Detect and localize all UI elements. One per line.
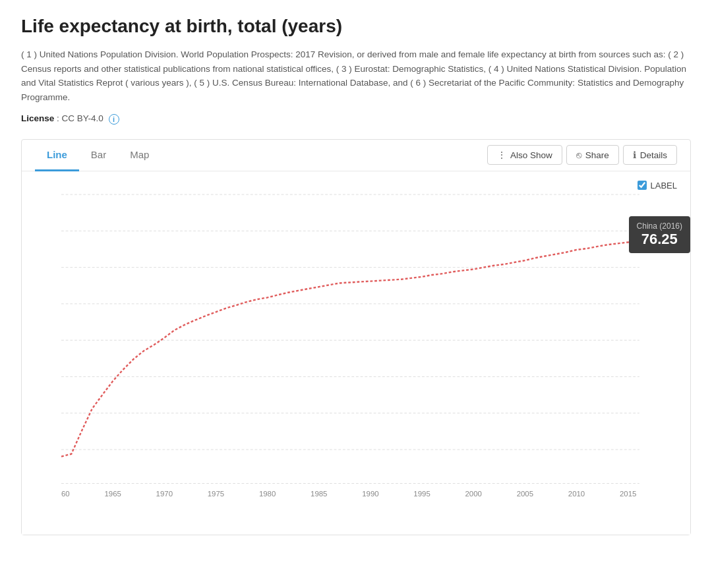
tooltip-value: 76.25 <box>637 231 682 248</box>
chart-tooltip: China (2016) 76.25 <box>629 216 690 253</box>
svg-text:2005: 2005 <box>517 489 533 497</box>
svg-text:2000: 2000 <box>465 489 481 497</box>
license-info-icon[interactable]: i <box>109 114 119 125</box>
license-label: License <box>21 113 54 123</box>
svg-text:2015: 2015 <box>620 489 636 497</box>
svg-text:1985: 1985 <box>311 489 327 497</box>
line-chart-svg: 80 75 70 65 60 55 50 45 40 1960 1965 197… <box>61 182 677 509</box>
tab-map[interactable]: Map <box>118 140 161 171</box>
description-text: ( 1 ) United Nations Population Division… <box>21 47 691 104</box>
share-label: Share <box>585 150 609 160</box>
chart-actions: ⋮ Also Show ⎋ Share ℹ Details <box>487 145 677 165</box>
svg-text:1960: 1960 <box>61 489 70 497</box>
tab-bar[interactable]: Bar <box>79 140 118 171</box>
details-label: Details <box>640 150 667 160</box>
chart-tabs: Line Bar Map <box>35 140 161 171</box>
license-line: License : CC BY-4.0 i <box>21 113 691 124</box>
label-checkbox-input[interactable] <box>638 181 647 190</box>
svg-text:1990: 1990 <box>362 489 378 497</box>
tab-line[interactable]: Line <box>35 140 79 171</box>
label-checkbox-container: LABEL <box>638 181 677 191</box>
svg-text:2010: 2010 <box>568 489 585 497</box>
license-value: CC BY-4.0 <box>62 113 104 123</box>
also-show-label: Also Show <box>510 150 552 160</box>
chart-header: Line Bar Map ⋮ Also Show ⎋ Share ℹ Detai… <box>22 140 690 171</box>
also-show-button[interactable]: ⋮ Also Show <box>487 145 562 165</box>
share-button[interactable]: ⎋ Share <box>566 145 619 165</box>
tooltip-country: China <box>637 221 657 231</box>
svg-text:1965: 1965 <box>104 489 121 497</box>
china-line <box>61 241 638 456</box>
svg-text:1995: 1995 <box>413 489 430 497</box>
page-title: Life expectancy at birth, total (years) <box>21 16 691 37</box>
svg-text:1975: 1975 <box>208 489 224 497</box>
share-icon: ⎋ <box>576 150 581 160</box>
license-separator: : <box>57 113 62 123</box>
also-show-icon: ⋮ <box>497 150 506 160</box>
details-icon: ℹ <box>633 150 636 160</box>
chart-area: LABEL 80 75 70 65 60 55 50 45 <box>22 171 690 535</box>
details-button[interactable]: ℹ Details <box>623 145 677 165</box>
chart-container: Line Bar Map ⋮ Also Show ⎋ Share ℹ Detai… <box>21 139 691 536</box>
tooltip-year: 2016 <box>662 221 680 231</box>
svg-text:1970: 1970 <box>156 489 173 497</box>
svg-text:1980: 1980 <box>259 489 276 497</box>
label-checkbox-text: LABEL <box>651 181 677 191</box>
tooltip-country-year: China (2016) <box>637 221 682 231</box>
